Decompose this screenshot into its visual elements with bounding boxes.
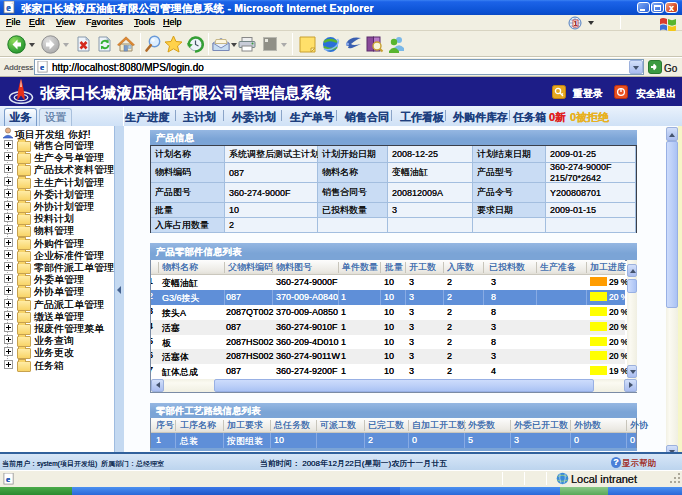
svg-text:e: e [6, 474, 10, 484]
svg-text:1: 1 [574, 20, 578, 27]
svg-text:e: e [40, 62, 44, 72]
svg-text:e: e [6, 2, 11, 13]
